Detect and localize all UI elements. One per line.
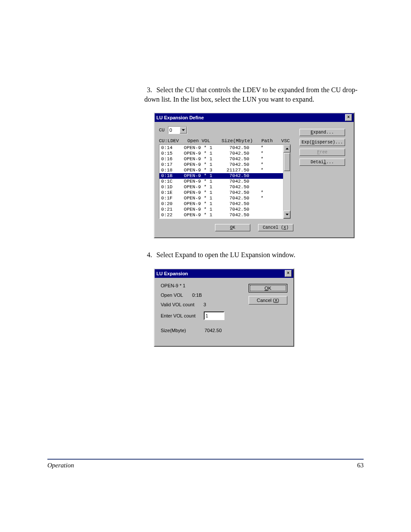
dialog2-title: LU Expansion: [156, 271, 188, 276]
ok-button[interactable]: OK: [215, 224, 250, 231]
dialog1-titlebar[interactable]: LU Expansion Define ×: [155, 113, 354, 122]
list-row[interactable]: 0:1B OPEN-9 * 1 7042.50: [159, 173, 283, 179]
scroll-up-icon[interactable]: [283, 145, 290, 152]
size-label: Size(Mbyte): [161, 328, 186, 333]
footer-rule: [47, 459, 364, 460]
exp-disperse-button[interactable]: Exp(Disperse)...: [299, 139, 345, 146]
scrollbar[interactable]: [283, 144, 291, 219]
cu-label: CU: [159, 128, 165, 133]
scroll-down-icon[interactable]: [283, 211, 290, 218]
lu-expansion-define-dialog: LU Expansion Define × CU CU:L: [154, 112, 355, 238]
list-row[interactable]: 0:21 OPEN-9 * 1 7042.50: [159, 207, 283, 212]
cancel-button[interactable]: Cancel (X): [258, 224, 293, 231]
step-4: 4. Select Expand to open the LU Expansio…: [144, 250, 364, 260]
detail-button[interactable]: Detail...: [299, 159, 345, 166]
step-4-number: 4.: [144, 250, 152, 260]
cu-dropdown[interactable]: [168, 126, 187, 134]
free-button: Free: [299, 149, 345, 156]
dialog2-titlebar[interactable]: LU Expansion ×: [155, 269, 293, 278]
expand-button[interactable]: Expand...: [299, 129, 345, 136]
chevron-down-icon[interactable]: [180, 127, 187, 134]
list-row[interactable]: 0:15 OPEN-9 * 1 7042.50 *: [159, 151, 283, 156]
step-4-text: Select Expand to open the LU Expansion w…: [156, 251, 295, 258]
scroll-track[interactable]: [283, 171, 290, 211]
step-3: 3. Select the CU that controls the LDEV …: [144, 85, 364, 104]
scroll-thumb[interactable]: [284, 153, 290, 171]
svg-marker-2: [286, 214, 289, 215]
list-row[interactable]: 0:1E OPEN-9 * 1 7042.50 *: [159, 190, 283, 196]
list-row[interactable]: 0:20 OPEN-9 * 1 7042.50: [159, 201, 283, 207]
footer-page-number: 63: [357, 462, 364, 469]
list-row[interactable]: 0:14 OPEN-9 * 1 7042.50 *: [159, 145, 283, 151]
list-row[interactable]: 0:22 OPEN-9 * 1 7042.50: [159, 212, 283, 218]
step-3-text: Select the CU that controls the LDEV to …: [144, 86, 358, 103]
validcount-label: Valid VOL count: [161, 302, 194, 307]
list-row[interactable]: 0:1D OPEN-9 * 1 7042.50: [159, 184, 283, 190]
close-icon[interactable]: ×: [285, 270, 292, 277]
svg-marker-0: [182, 129, 185, 131]
ldev-listbox[interactable]: 0:14 OPEN-9 * 1 7042.50 * 0:15 OPEN-9 * …: [159, 144, 283, 219]
list-row[interactable]: 0:17 OPEN-9 * 1 7042.50 *: [159, 162, 283, 168]
lu-expansion-dialog: LU Expansion × OPEN-9 * 1 Open VOL 0:1B …: [154, 268, 294, 347]
footer-section: Operation: [47, 462, 74, 469]
ok-button[interactable]: OK: [249, 284, 287, 292]
svg-marker-1: [286, 148, 289, 149]
size-value: 7042.50: [205, 328, 222, 333]
validcount-value: 3: [203, 302, 206, 307]
list-row[interactable]: 0:18 OPEN-9 * 3 21127.50 *: [159, 168, 283, 173]
list-row[interactable]: 0:16 OPEN-9 * 1 7042.50 *: [159, 156, 283, 162]
openvol-label: Open VOL: [161, 292, 183, 298]
step-3-number: 3.: [144, 85, 152, 95]
list-row[interactable]: 0:1F OPEN-9 * 1 7042.50 *: [159, 196, 283, 201]
dialog1-title: LU Expansion Define: [156, 115, 204, 120]
close-icon[interactable]: ×: [345, 114, 352, 121]
cancel-button[interactable]: Cancel (X): [249, 296, 287, 305]
page-footer: Operation 63: [47, 462, 364, 469]
openvol-value: 0:1B: [192, 292, 202, 298]
open-type-value: OPEN-9 * 1: [161, 283, 185, 288]
entercount-label: Enter VOL count: [161, 313, 196, 318]
entercount-input[interactable]: [204, 311, 224, 320]
cu-dropdown-value[interactable]: [168, 127, 180, 134]
list-row[interactable]: 0:1C OPEN-9 * 1 7042.50: [159, 179, 283, 184]
